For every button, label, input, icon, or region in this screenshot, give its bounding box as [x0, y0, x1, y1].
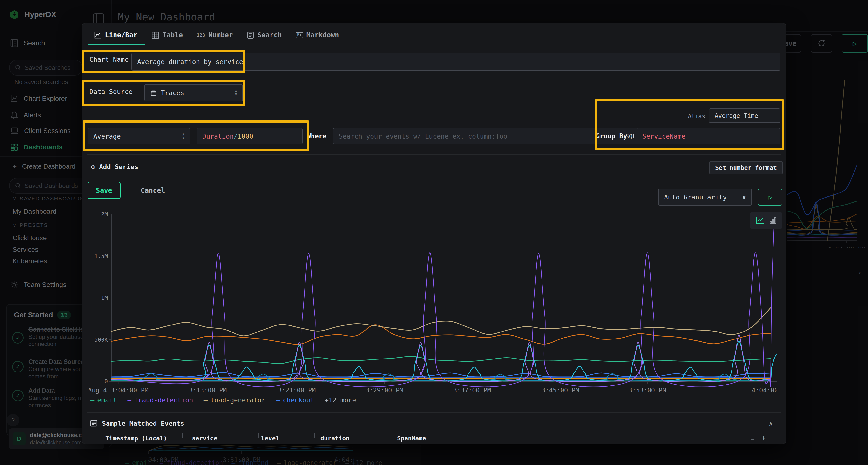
- check-circle-icon: ✓: [12, 361, 24, 372]
- bar-chart-toggle-icon[interactable]: [770, 217, 777, 225]
- row-divider: [87, 155, 781, 155]
- download-icon[interactable]: ↓: [762, 434, 766, 441]
- sidebar-item-preset-kubernetes[interactable]: Kubernetes: [12, 257, 47, 265]
- column-header-level[interactable]: level: [261, 435, 279, 442]
- row-divider: [87, 113, 781, 113]
- y-tick-label: 1M: [101, 295, 108, 301]
- legend-more-link[interactable]: +12 more: [325, 396, 356, 404]
- play-icon: ▷: [768, 193, 772, 201]
- x-tick-label: 3:21:00 PM: [278, 387, 316, 394]
- series-other-violet: [112, 335, 771, 382]
- background-legend: —email—fraud-detection—frontend—load-gen…: [125, 459, 382, 465]
- search-journal-icon: [10, 38, 18, 48]
- tab-line-bar[interactable]: Line/Bar: [94, 31, 137, 39]
- run-chart-play-button[interactable]: ▷: [758, 189, 782, 205]
- granularity-select[interactable]: Auto Granularity ∨: [658, 189, 752, 205]
- x-tick-label: 3:53:00 PM: [628, 387, 666, 394]
- x-tick-label: 3:45:00 PM: [541, 387, 579, 394]
- series-line-blue: [786, 165, 857, 215]
- column-separator: [258, 433, 259, 443]
- filter-icon[interactable]: ≡: [751, 434, 755, 442]
- x-tick-label: 4:04:00 PM: [828, 246, 866, 248]
- legend-dash-icon: —: [128, 396, 131, 404]
- tab-number[interactable]: 123 Number: [197, 31, 233, 39]
- chart-editor-modal: Line/Bar Table 123 Number Search M↓ Mark…: [82, 23, 786, 444]
- line-chart-toggle-icon[interactable]: [756, 217, 764, 225]
- group-by-input[interactable]: ServiceName: [637, 128, 780, 144]
- help-button[interactable]: ?: [7, 414, 19, 427]
- chart-name-input[interactable]: Average duration by service: [131, 53, 780, 71]
- background-chart-right: 4:04:00 PM: [786, 79, 866, 248]
- add-series-button[interactable]: ⊕ Add Series: [91, 163, 138, 171]
- tab-search[interactable]: Search: [247, 31, 282, 39]
- refresh-button[interactable]: [811, 34, 832, 53]
- sidebar-item-search[interactable]: Search: [10, 38, 45, 48]
- saved-searches-input[interactable]: Saved Searches: [9, 60, 83, 76]
- sidebar-item-team-settings[interactable]: Team Settings: [10, 281, 66, 289]
- sidebar-item-my-dashboard[interactable]: My Dashboard: [12, 208, 56, 215]
- sidebar-item-dashboards[interactable]: Dashboards: [10, 143, 63, 151]
- legend-item-fraud-detection[interactable]: —fraud-detection: [128, 396, 193, 404]
- alias-input[interactable]: Average Time: [709, 108, 780, 123]
- page-title: My New Dashboard: [118, 11, 215, 23]
- saved-dashboards-input[interactable]: Saved Dashboards: [9, 178, 93, 194]
- legend-item-load-generator[interactable]: —load-generator: [204, 396, 266, 404]
- series-other-amber-flat: [112, 378, 771, 379]
- sidebar-item-client-sessions[interactable]: Client Sessions: [10, 127, 71, 135]
- circle-plus-icon: ⊕: [91, 163, 95, 171]
- bg-legend-item: —email: [125, 459, 151, 465]
- column-header-service[interactable]: service: [192, 435, 217, 442]
- series-load-generator: [112, 308, 771, 336]
- where-label: Where: [307, 132, 327, 140]
- legend-dash-icon: —: [204, 396, 208, 404]
- legend-item-checkout[interactable]: —checkout: [276, 396, 314, 404]
- data-source-label: Data Source: [89, 88, 133, 95]
- check-circle-icon: ✓: [12, 332, 24, 343]
- column-header-timestamp[interactable]: Timestamp (Local): [105, 435, 167, 442]
- row-divider: [87, 78, 781, 78]
- chevron-down-icon: ∨: [742, 194, 746, 201]
- dashboard-play-button[interactable]: ▷: [842, 34, 868, 53]
- expression-input[interactable]: Duration/1000: [196, 128, 303, 144]
- tab-table[interactable]: Table: [151, 31, 183, 39]
- bg-legend-item: —+12 more: [345, 459, 382, 465]
- create-dashboard-button[interactable]: + Create Dashboard: [12, 162, 75, 171]
- sample-events-title: Sample Matched Events: [102, 420, 184, 427]
- collapse-section-icon[interactable]: ∧: [769, 420, 773, 427]
- bg-legend-item: —fraud-detection: [160, 459, 223, 465]
- magnifier-icon: [15, 182, 21, 189]
- sidebar-item-alerts[interactable]: Alerts: [10, 111, 41, 120]
- avatar: D: [12, 432, 26, 445]
- scroll-caret-icon[interactable]: ›: [858, 268, 862, 277]
- y-tick-label: 2M: [101, 212, 108, 217]
- get-started-title: Get Started: [14, 311, 53, 319]
- tab-markdown[interactable]: M↓ Markdown: [296, 31, 339, 39]
- sidebar-item-chart-explorer[interactable]: Chart Explorer: [10, 94, 67, 103]
- column-header-duration[interactable]: duration: [320, 435, 349, 442]
- text-cursor: [244, 57, 244, 66]
- cancel-button[interactable]: Cancel: [135, 182, 171, 199]
- dashboards-grid-icon: [10, 143, 18, 151]
- legend-item-email[interactable]: —email: [90, 396, 117, 404]
- bg-legend-item: —load-generator: [277, 459, 337, 465]
- series-email: [112, 356, 771, 364]
- tab-bar: Line/Bar Table 123 Number Search M↓ Mark…: [94, 31, 339, 39]
- data-source-select[interactable]: Traces ∧∨: [145, 84, 243, 101]
- sidebar-item-preset-services[interactable]: Services: [12, 246, 38, 254]
- events-table-header: Timestamp (Local)serviceleveldurationSpa…: [82, 433, 786, 443]
- column-separator: [314, 433, 315, 443]
- presets-section[interactable]: ∨ PRESETS: [12, 222, 48, 228]
- brand[interactable]: HyperDX: [9, 10, 56, 20]
- number-123-icon: 123: [197, 33, 205, 38]
- sidebar-item-preset-clickhouse[interactable]: ClickHouse: [12, 234, 47, 242]
- chart-name-label: Chart Name: [89, 56, 129, 63]
- active-tab-underline: [88, 44, 145, 45]
- column-header-spanname[interactable]: SpanName: [397, 435, 426, 442]
- get-started-badge: 3/3: [57, 311, 71, 319]
- line-chart-icon: [94, 31, 101, 39]
- aggregation-select[interactable]: Average ∧∨: [88, 128, 190, 144]
- saved-dashboards-section[interactable]: ∨ SAVED DASHBOARDS: [12, 196, 84, 202]
- save-button[interactable]: Save: [88, 182, 121, 199]
- set-number-format-button[interactable]: Set number format: [709, 161, 783, 174]
- main-chart[interactable]: 0500K1M1.5M2MAug 4 3:04:00 PM3:13:00 PM3…: [89, 212, 777, 400]
